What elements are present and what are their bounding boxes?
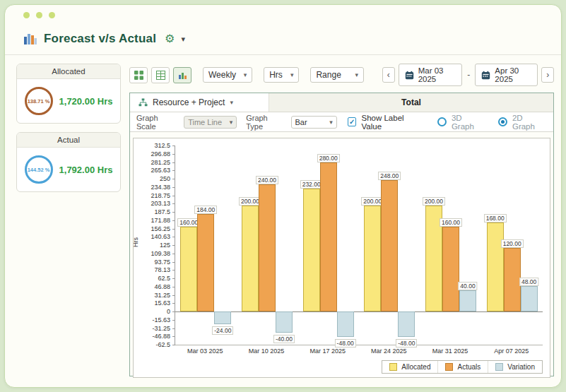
bar-value-label: 248.00 (378, 172, 401, 180)
date-to-picker[interactable]: Apr 30 2025 (475, 64, 538, 86)
y-tick-mark (172, 245, 175, 246)
graph-3d-label[interactable]: 3D Graph (452, 114, 486, 131)
y-tick-label: 312.5 (154, 142, 170, 149)
graph-type-value: Bar (295, 118, 307, 126)
next-period-button[interactable]: › (541, 67, 554, 83)
top-toolbar: Weekly ▾ Hrs ▾ Range ▾ ‹ (129, 64, 554, 86)
chevron-down-icon: ▾ (230, 119, 233, 126)
window-dot-icon (49, 12, 55, 18)
date-from-picker[interactable]: Mar 03 2025 (399, 64, 463, 86)
chevron-down-icon[interactable]: ▾ (181, 35, 185, 44)
y-tick-mark (172, 229, 175, 230)
chart-box: Hrs 312.5296.88281.25265.63250234.38218.… (133, 138, 550, 378)
main-area: Weekly ▾ Hrs ▾ Range ▾ ‹ (129, 64, 554, 376)
bar-chart-icon (178, 71, 187, 80)
graph-controls: Graph Scale Time Line ▾ Graph Type Bar ▾… (130, 112, 553, 132)
y-tick-label: 46.88 (154, 283, 170, 290)
graph-scale-select[interactable]: Time Line ▾ (184, 116, 237, 129)
range-select[interactable]: Range ▾ (310, 67, 364, 83)
chart-view-button[interactable] (173, 67, 191, 83)
group-by-select[interactable]: Resource + Project ▾ (130, 93, 269, 112)
y-tick-label: 250 (160, 175, 170, 182)
y-tick-label: 109.38 (151, 250, 170, 257)
window-dot-icon (23, 12, 30, 18)
bar-allocated (303, 189, 320, 311)
y-tick-mark (172, 179, 175, 179)
grid-view-button[interactable] (129, 67, 148, 83)
allocated-card-header: Allocated (17, 64, 120, 79)
bar-value-label: 160.00 (440, 218, 462, 227)
actual-percent: 144.52 % (28, 167, 50, 173)
y-tick-mark (172, 154, 175, 155)
frequency-value: Weekly (208, 70, 236, 80)
allocated-hours: 1,720.00 Hrs (59, 96, 113, 107)
y-tick-mark (172, 336, 175, 337)
chevron-down-icon: ▾ (355, 71, 358, 78)
bar-value-label: 184.00 (194, 206, 217, 214)
bar-value-label: -24.00 (212, 326, 233, 335)
bar-allocated (180, 227, 197, 311)
allocated-card: Allocated 138.71 % 1,720.00 Hrs (16, 64, 121, 124)
bar-variation (459, 290, 476, 311)
date-separator: - (467, 70, 470, 80)
table-view-button[interactable] (151, 67, 170, 83)
bar-actuals (381, 180, 398, 311)
window-dot-icon (36, 12, 42, 18)
graph-2d-radio[interactable] (498, 117, 507, 126)
date-range-nav: ‹ (382, 64, 554, 86)
unit-select[interactable]: Hrs ▾ (264, 67, 299, 83)
legend-item: Variation (488, 361, 542, 373)
x-axis-label: Apr 07 2025 (494, 348, 529, 355)
y-tick-label: 281.25 (151, 159, 170, 166)
titlebar: Forecast v/s Actual ⚙ ▾ (23, 32, 561, 54)
y-tick-mark (172, 287, 175, 287)
bar-allocated (242, 206, 259, 311)
bar-value-label: -40.00 (273, 335, 295, 343)
x-axis-label: Mar 10 2025 (249, 348, 285, 355)
legend-item: Actuals (437, 361, 488, 373)
y-tick-mark (172, 262, 175, 263)
bar-variation (214, 311, 231, 324)
summary-sidebar: Allocated 138.71 % 1,720.00 Hrs Actual 1… (16, 64, 121, 376)
bar-value-label: -48.00 (335, 339, 356, 348)
bar-actuals (442, 227, 459, 311)
y-tick-label: 218.75 (151, 192, 170, 199)
actual-hours: 1,792.00 Hrs (59, 165, 113, 175)
y-tick-label: 234.38 (151, 184, 170, 191)
show-label-value-checkbox[interactable]: ✓ (348, 117, 357, 126)
app-logo-icon (23, 32, 37, 45)
y-tick-mark (172, 345, 175, 345)
gear-icon[interactable]: ⚙ (165, 33, 175, 44)
date-from-value: Mar 03 2025 (418, 66, 456, 83)
bar-value-label: 40.00 (458, 282, 477, 290)
chart-legend: AllocatedActualsVariation (382, 360, 543, 374)
bar-value-label: 48.00 (519, 278, 538, 286)
window-controls (23, 12, 561, 18)
y-tick-label: 187.5 (154, 208, 170, 215)
prev-period-button[interactable]: ‹ (382, 67, 395, 83)
y-tick-label: 15.63 (154, 299, 170, 307)
y-tick-label: 62.5 (158, 275, 170, 282)
graph-2d-label[interactable]: 2D Graph (512, 114, 547, 131)
x-axis-label: Mar 03 2025 (187, 348, 223, 355)
show-label-value-label[interactable]: Show Label Value (361, 114, 425, 131)
bar-value-label: 240.00 (256, 176, 278, 184)
total-column-header: Total (269, 93, 553, 112)
y-tick-label: -31.25 (152, 325, 170, 332)
y-tick-mark (172, 295, 175, 296)
y-tick-mark (172, 145, 175, 146)
graph-3d-radio[interactable] (437, 117, 447, 126)
view-switcher (129, 67, 191, 83)
check-icon: ✓ (349, 118, 355, 126)
group-by-value: Resource + Project (153, 97, 225, 107)
bar-variation (337, 311, 354, 337)
frequency-select[interactable]: Weekly ▾ (203, 67, 252, 83)
chevron-down-icon: ▾ (230, 99, 233, 106)
actual-card: Actual 144.52 % 1,792.00 Hrs (16, 132, 121, 192)
legend-swatch (495, 363, 503, 371)
y-tick-mark (172, 170, 175, 171)
graph-scale-value: Time Line (188, 118, 222, 126)
legend-item: Allocated (382, 361, 437, 373)
y-tick-mark (172, 162, 175, 163)
graph-type-select[interactable]: Bar ▾ (291, 116, 337, 129)
